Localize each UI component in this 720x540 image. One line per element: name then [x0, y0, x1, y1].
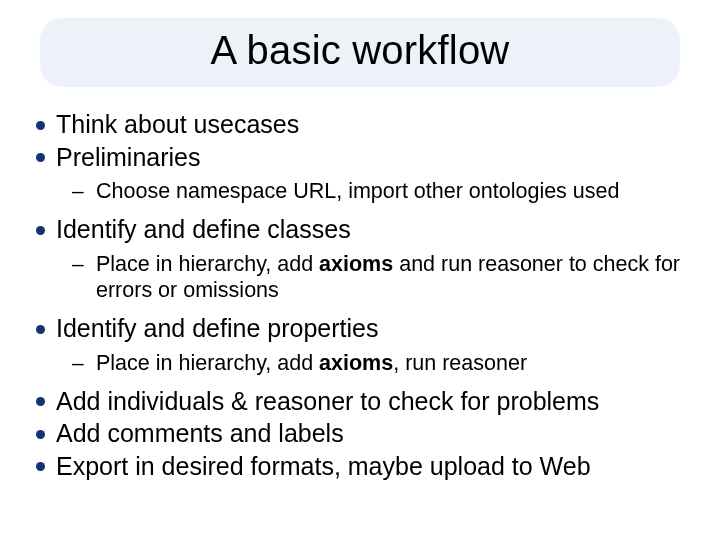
subbullet-classes-axioms: Place in hierarchy, add axioms and run r… — [30, 251, 690, 303]
text-bold-axioms: axioms — [319, 351, 393, 375]
text-fragment: , run reasoner — [393, 351, 527, 375]
slide: A basic workflow Think about usecases Pr… — [0, 0, 720, 540]
subbullet-properties-axioms: Place in hierarchy, add axioms, run reas… — [30, 350, 690, 376]
bullet-comments: Add comments and labels — [30, 418, 690, 449]
title-container: A basic workflow — [40, 18, 680, 87]
subbullet-namespace: Choose namespace URL, import other ontol… — [30, 178, 690, 204]
bullet-preliminaries: Preliminaries — [30, 142, 690, 173]
slide-body: Think about usecases Preliminaries Choos… — [24, 109, 696, 481]
bullet-properties: Identify and define properties — [30, 313, 690, 344]
bullet-classes: Identify and define classes — [30, 214, 690, 245]
bullet-individuals: Add individuals & reasoner to check for … — [30, 386, 690, 417]
text-fragment: Place in hierarchy, add — [96, 252, 319, 276]
bullet-export: Export in desired formats, maybe upload … — [30, 451, 690, 482]
text-bold-axioms: axioms — [319, 252, 393, 276]
slide-title: A basic workflow — [60, 28, 660, 73]
bullet-think: Think about usecases — [30, 109, 690, 140]
text-fragment: Place in hierarchy, add — [96, 351, 319, 375]
